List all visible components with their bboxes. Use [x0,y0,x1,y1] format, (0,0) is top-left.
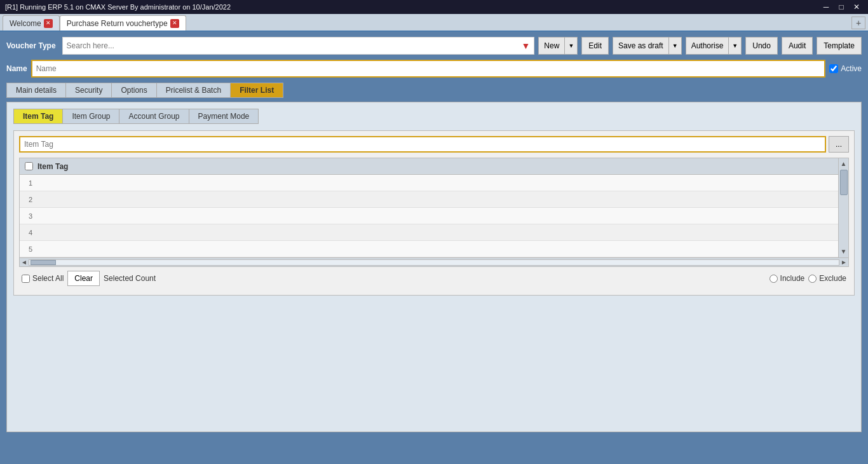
scroll-thumb[interactable] [840,170,848,195]
new-button-split: New ▼ [538,37,578,55]
browse-button[interactable]: ... [829,136,849,153]
active-checkbox[interactable] [829,64,838,73]
select-all-text: Select All [32,274,64,283]
save-as-draft-button[interactable]: Save as draft [613,38,669,54]
tab-add-button[interactable]: + [851,17,865,29]
save-as-draft-split: Save as draft ▼ [613,37,682,55]
filter-search-row: ... [19,136,849,153]
include-radio-label[interactable]: Include [770,274,805,283]
grid-header: Item Tag [20,158,838,175]
sub-tab-account-group[interactable]: Account Group [119,109,188,124]
window-title: [R1] Running ERP 5.1 on CMAX Server By a… [5,3,231,11]
grid-main: Item Tag 1 2 3 [20,158,838,257]
save-as-draft-dropdown-button[interactable]: ▼ [669,38,681,54]
active-label: Active [841,64,862,73]
tab-options[interactable]: Options [111,83,156,98]
new-dropdown-button[interactable]: ▼ [565,38,577,54]
exclude-radio-label[interactable]: Exclude [808,274,846,283]
tab-welcome[interactable]: Welcome ✕ [3,15,60,31]
include-text: Include [780,274,805,283]
authorise-dropdown-button[interactable]: ▼ [729,38,741,54]
tab-security[interactable]: Security [65,83,111,98]
tab-welcome-close[interactable]: ✕ [44,19,53,28]
maximize-button[interactable]: □ [835,1,848,13]
select-all-label[interactable]: Select All [22,274,64,283]
row-number: 2 [22,196,35,203]
main-content: Voucher Type ▼ New ▼ Edit Save as draft … [0,32,868,437]
scroll-right-arrow[interactable]: ► [841,259,847,266]
tab-purchase-return-label: Purchase Return vouchertype [67,19,168,28]
item-tag-search-input[interactable] [19,136,826,153]
grid-row: 5 [20,241,838,257]
window-controls: ─ □ ✕ [820,1,863,13]
include-radio[interactable] [770,275,778,283]
sub-tab-item-group[interactable]: Item Group [62,109,119,124]
filter-list-panel: Item Tag Item Group Account Group Paymen… [6,102,862,432]
tab-purchase-return[interactable]: Purchase Return vouchertype ✕ [60,15,186,31]
toolbar: Voucher Type ▼ New ▼ Edit Save as draft … [6,37,862,55]
grid-vertical-scrollbar[interactable]: ▲ ▼ [838,158,848,257]
grid-row: 1 [20,175,838,191]
audit-button[interactable]: Audit [782,37,813,55]
grid-body: 1 2 3 4 [20,175,838,257]
tab-main-details[interactable]: Main details [6,83,65,98]
grid-row: 3 [20,208,838,224]
tab-pricelist-batch[interactable]: Pricelist & Batch [156,83,230,98]
voucher-type-search-box: ▼ [62,37,535,55]
voucher-type-search-input[interactable] [67,41,522,50]
active-check-label[interactable]: Active [829,64,862,73]
grid-header-checkbox[interactable] [25,162,33,170]
nav-tabs: Main details Security Options Pricelist … [6,83,862,98]
exclude-radio[interactable] [808,275,817,283]
scroll-h-track [29,259,839,266]
scroll-up-arrow[interactable]: ▲ [841,160,847,168]
tab-welcome-label: Welcome [10,19,41,28]
sub-tabs: Item Tag Item Group Account Group Paymen… [13,109,855,124]
select-all-checkbox[interactable] [22,275,30,283]
scroll-down-arrow[interactable]: ▼ [841,247,847,256]
tab-purchase-return-close[interactable]: ✕ [170,19,179,28]
grid-row: 4 [20,224,838,241]
authorise-split: Authorise ▼ [686,37,742,55]
grid-header-item-tag: Item Tag [35,162,836,171]
scroll-h-thumb[interactable] [31,260,56,265]
row-number: 4 [22,229,35,236]
voucher-type-label: Voucher Type [6,41,56,50]
new-button[interactable]: New [539,38,565,54]
grid-row: 2 [20,191,838,208]
scroll-left-arrow[interactable]: ◄ [21,259,27,266]
sub-tab-payment-mode[interactable]: Payment Mode [189,109,259,124]
row-number: 3 [22,212,35,220]
clear-button[interactable]: Clear [67,271,100,286]
grid-container: Item Tag 1 2 3 [19,158,849,258]
close-button[interactable]: ✕ [850,1,863,13]
edit-button[interactable]: Edit [581,37,609,55]
template-button[interactable]: Template [817,37,862,55]
minimize-button[interactable]: ─ [820,1,832,13]
name-label: Name [6,64,27,73]
selected-count-text: Selected Count [104,274,156,283]
exclude-text: Exclude [819,274,846,283]
dropdown-arrow-icon: ▼ [522,41,531,51]
bottom-bar: Select All Clear Selected Count Include … [19,267,849,290]
grid-select-all-checkbox-col [22,162,35,170]
name-input[interactable] [31,60,826,78]
filter-panel: ... Item Tag 1 [13,130,855,296]
tab-filter-list[interactable]: Filter List [230,83,283,98]
row-number: 1 [22,179,35,187]
title-bar: [R1] Running ERP 5.1 on CMAX Server By a… [0,0,868,14]
authorise-button[interactable]: Authorise [686,38,729,54]
voucher-type-dropdown-button[interactable]: ▼ [522,41,531,51]
sub-tab-item-tag[interactable]: Item Tag [13,109,62,124]
tab-bar: Welcome ✕ Purchase Return vouchertype ✕ … [0,14,868,32]
grid-horizontal-scrollbar[interactable]: ◄ ► [19,258,849,267]
row-number: 5 [22,245,35,253]
name-row: Name Active [6,60,862,78]
undo-button[interactable]: Undo [745,37,778,55]
